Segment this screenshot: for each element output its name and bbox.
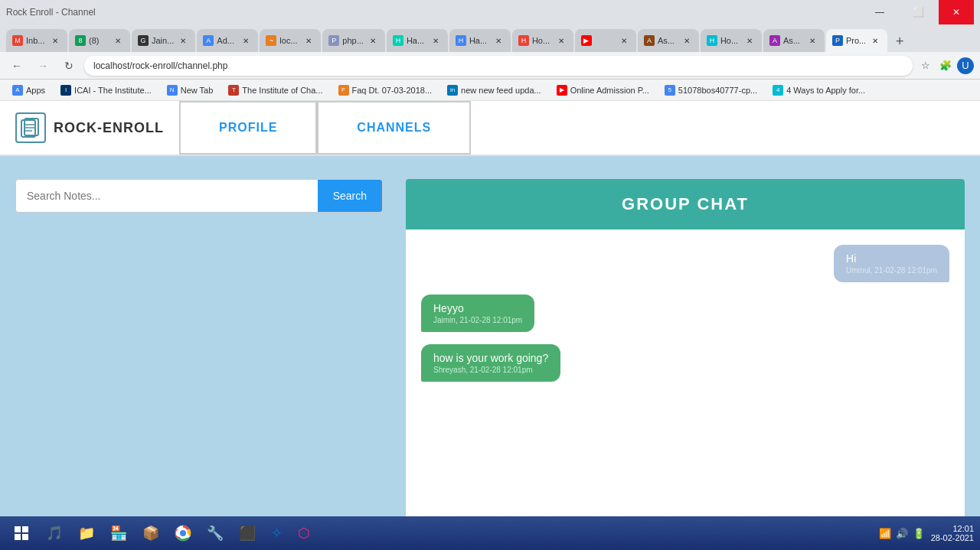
bookmark-linkedin[interactable]: in new new feed upda... bbox=[441, 83, 547, 97]
search-button[interactable]: Search bbox=[318, 180, 382, 212]
tab-ads[interactable]: A Ad... ✕ bbox=[197, 29, 258, 52]
message-meta-heyyo: Jaimin, 21-02-28 12:01pm bbox=[433, 316, 522, 324]
chat-panel: GROUP CHAT Hi Ummul, 21-02-28 12:01pm He… bbox=[406, 179, 965, 527]
refresh-button[interactable]: ↻ bbox=[58, 55, 80, 76]
tab-close-php[interactable]: ✕ bbox=[367, 34, 379, 47]
tab-close-pro[interactable]: ✕ bbox=[869, 34, 881, 47]
bookmark-institute[interactable]: T The Institute of Cha... bbox=[222, 83, 328, 97]
tab-favicon-ass2: A bbox=[769, 35, 780, 46]
tab-close-ass1[interactable]: ✕ bbox=[681, 34, 693, 47]
logo-icon bbox=[15, 112, 46, 143]
tab-close-ass2[interactable]: ✕ bbox=[806, 34, 818, 47]
tab-label-php: php... bbox=[342, 36, 364, 45]
address-bar-icons: ☆ 🧩 U bbox=[917, 57, 974, 74]
bookmark-favicon-newtab: N bbox=[167, 85, 178, 96]
tab-ass1[interactable]: A As... ✕ bbox=[638, 29, 699, 52]
close-button[interactable]: ✕ bbox=[939, 0, 974, 24]
forward-button[interactable]: → bbox=[32, 55, 54, 76]
title-bar: Rock Enroll - Channel — ⬜ ✕ bbox=[0, 0, 980, 24]
message-bubble-hi: Hi Ummul, 21-02-28 12:01pm bbox=[834, 245, 949, 282]
taskbar-app-sublimetext[interactable]: ⬡ bbox=[292, 519, 316, 547]
tab-close-local[interactable]: ✕ bbox=[302, 34, 315, 47]
bookmark-youtube[interactable]: ▶ Online Admission P... bbox=[550, 83, 655, 97]
taskbar-app-files[interactable]: 📁 bbox=[72, 519, 101, 547]
bookmark-51078[interactable]: 5 51078bos40777-cp... bbox=[658, 83, 763, 97]
bookmark-label-4ways: 4 Ways to Apply for... bbox=[786, 86, 865, 95]
svg-point-11 bbox=[181, 531, 186, 536]
tab-close-ads[interactable]: ✕ bbox=[240, 34, 252, 47]
tab-yt[interactable]: ▶ ✕ bbox=[575, 29, 636, 52]
taskbar-app-vlc[interactable]: 🎵 bbox=[40, 519, 69, 547]
tab-ass2[interactable]: A As... ✕ bbox=[763, 29, 825, 52]
search-notes-input[interactable] bbox=[16, 190, 318, 202]
tab-ha2[interactable]: H Ha... ✕ bbox=[449, 29, 511, 52]
bookmark-4ways[interactable]: 4 4 Ways to Apply for... bbox=[766, 83, 871, 97]
tab-close-8[interactable]: ✕ bbox=[112, 34, 124, 47]
taskbar-app-terminal[interactable]: ⬛ bbox=[233, 519, 262, 547]
maximize-button[interactable]: ⬜ bbox=[900, 0, 936, 24]
message-time-work: 21-02-28 12:01pm bbox=[470, 366, 533, 374]
taskbar-date: 28-02-2021 bbox=[931, 533, 974, 542]
message-meta-work: Shreyash, 21-02-28 12:01pm bbox=[433, 366, 548, 374]
nav-tab-channels[interactable]: CHANNELS bbox=[317, 101, 471, 155]
tab-favicon-ads: A bbox=[203, 35, 214, 46]
tab-label-gmail: Inb... bbox=[26, 36, 46, 45]
message-meta-hi: Ummul, 21-02-28 12:01pm bbox=[846, 266, 937, 275]
extensions-icon[interactable]: 🧩 bbox=[937, 57, 954, 74]
new-tab-button[interactable]: + bbox=[889, 31, 910, 52]
taskbar: 🎵 📁 🏪 📦 🔧 ⬛ ✧ ⬡ 📶 🔊 🔋 12:01 28-02-2021 bbox=[0, 516, 980, 550]
start-button[interactable] bbox=[6, 519, 37, 547]
bookmark-apps[interactable]: A Apps bbox=[6, 83, 51, 97]
tab-github[interactable]: G Jain... ✕ bbox=[132, 29, 195, 52]
taskbar-icon-sound: 🔊 bbox=[896, 528, 908, 539]
tab-pro[interactable]: P Pro... ✕ bbox=[826, 29, 887, 52]
bookmarks-bar: A Apps I ICAI - The Institute... N New T… bbox=[0, 80, 980, 101]
tab-favicon-8: 8 bbox=[75, 35, 86, 46]
taskbar-app-archive[interactable]: 📦 bbox=[136, 519, 165, 547]
message-text-heyyo: Heyyo bbox=[433, 302, 522, 314]
svg-rect-6 bbox=[22, 526, 28, 532]
svg-rect-0 bbox=[21, 120, 35, 137]
bookmark-icai[interactable]: I ICAI - The Institute... bbox=[54, 83, 158, 97]
taskbar-app-chrome[interactable] bbox=[168, 519, 198, 547]
bookmark-favicon-icai: I bbox=[60, 85, 71, 96]
tab-php[interactable]: P php... ✕ bbox=[322, 29, 385, 52]
tab-how[interactable]: H Ho... ✕ bbox=[512, 29, 573, 52]
message-sender-heyyo: Jaimin bbox=[433, 316, 456, 324]
message-heyyo: Heyyo Jaimin, 21-02-28 12:01pm bbox=[421, 295, 949, 332]
tab-8[interactable]: 8 (8) ✕ bbox=[69, 29, 130, 52]
bookmark-favicon-4ways: 4 bbox=[773, 85, 783, 96]
bookmark-newtab[interactable]: N New Tab bbox=[161, 83, 220, 97]
tab-ho2[interactable]: H Ho... ✕ bbox=[701, 29, 762, 52]
taskbar-right: 📶 🔊 🔋 12:01 28-02-2021 bbox=[879, 524, 974, 542]
tab-favicon-ho2: H bbox=[707, 35, 717, 46]
tab-favicon-yt: ▶ bbox=[581, 35, 592, 46]
tab-close-ho2[interactable]: ✕ bbox=[743, 34, 756, 47]
tab-label-ha1: Ha... bbox=[407, 36, 426, 45]
nav-tab-profile[interactable]: PROFILE bbox=[179, 101, 317, 155]
tab-close-yt[interactable]: ✕ bbox=[618, 34, 630, 47]
tab-gmail[interactable]: M Inb... ✕ bbox=[6, 29, 67, 52]
taskbar-app-xampp[interactable]: 🔧 bbox=[201, 519, 230, 547]
tab-close-ha2[interactable]: ✕ bbox=[492, 34, 505, 47]
message-bubble-heyyo: Heyyo Jaimin, 21-02-28 12:01pm bbox=[421, 295, 534, 332]
bookmark-favicon-linkedin: in bbox=[447, 85, 458, 96]
taskbar-app-vscode[interactable]: ✧ bbox=[265, 519, 289, 547]
profile-icon[interactable]: U bbox=[957, 57, 974, 74]
star-icon[interactable]: ☆ bbox=[917, 57, 934, 74]
tab-close-github[interactable]: ✕ bbox=[177, 34, 189, 47]
bookmark-faq[interactable]: F Faq Dt. 07-03-2018... bbox=[332, 83, 439, 97]
tab-ha1[interactable]: H Ha... ✕ bbox=[387, 29, 448, 52]
address-input[interactable] bbox=[84, 56, 913, 76]
bookmark-label-faq: Faq Dt. 07-03-2018... bbox=[352, 86, 433, 95]
minimize-button[interactable]: — bbox=[862, 0, 897, 24]
tab-close-how[interactable]: ✕ bbox=[555, 34, 567, 47]
tab-close-ha1[interactable]: ✕ bbox=[430, 34, 442, 47]
back-button[interactable]: ← bbox=[6, 55, 28, 76]
bookmark-favicon-apps: A bbox=[12, 85, 23, 96]
tab-close-gmail[interactable]: ✕ bbox=[49, 34, 61, 47]
tab-label-ha2: Ha... bbox=[469, 36, 489, 45]
tab-label-how: Ho... bbox=[532, 36, 552, 45]
taskbar-app-store[interactable]: 🏪 bbox=[104, 519, 133, 547]
tab-local[interactable]: ~ loc... ✕ bbox=[260, 29, 321, 52]
